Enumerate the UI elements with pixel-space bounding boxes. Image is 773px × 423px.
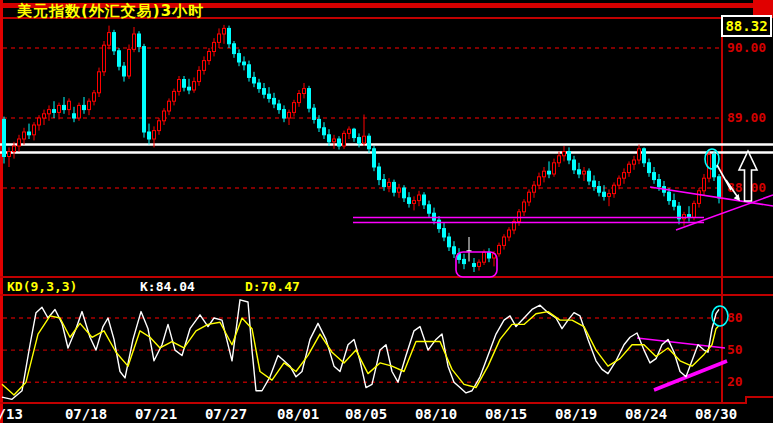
latest-price-box: 88.32	[721, 15, 772, 37]
kd-top-circle	[712, 306, 728, 326]
up-arrow	[739, 151, 757, 201]
wedge-lower-trendline	[676, 195, 773, 230]
chart-title: 美元指数(外汇交易)3小时	[17, 2, 204, 21]
chart-canvas[interactable]	[0, 0, 773, 423]
candlestick-series	[3, 25, 721, 272]
chart-window: 美元指数(外汇交易)3小时 88.32 KD(9,3,3) K:84.04 D:…	[0, 0, 773, 423]
